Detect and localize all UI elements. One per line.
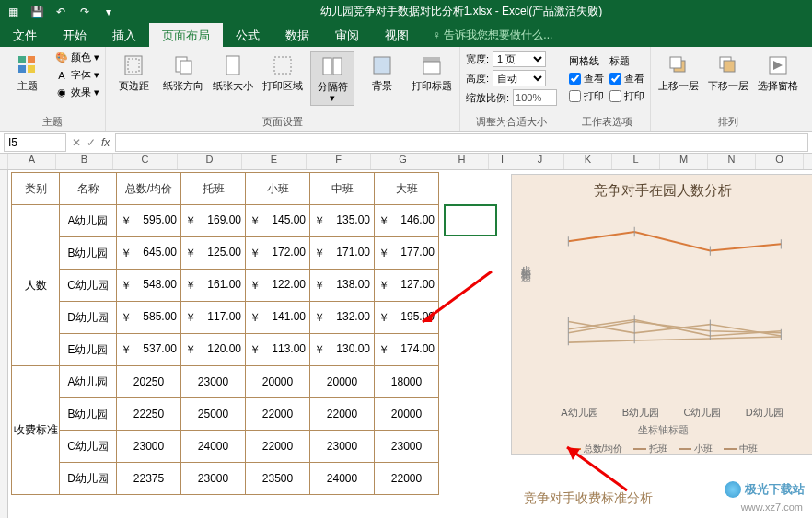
colors-button[interactable]: 颜色	[71, 51, 91, 64]
chart-people[interactable]: 竞争对手在园人数分析 坐标轴标题 A幼儿园	[511, 174, 812, 455]
svg-rect-8	[226, 56, 239, 75]
col-header[interactable]: L	[612, 154, 660, 169]
name-cell: B幼儿园	[60, 398, 117, 431]
gridlines-label: 网格线	[569, 54, 604, 68]
gridlines-print-checkbox[interactable]	[569, 90, 581, 102]
col-header[interactable]: N	[708, 154, 756, 169]
group-arrange: 排列	[656, 113, 800, 129]
value-cell: ￥146.00	[375, 205, 439, 237]
svg-rect-2	[18, 65, 26, 73]
tell-me[interactable]: ♀ 告诉我您想要做什么...	[422, 23, 563, 47]
chart-title: 竞争对手在园人数分析	[512, 175, 812, 203]
name-cell: A幼儿园	[60, 366, 117, 398]
value-cell: ￥645.00	[117, 237, 181, 270]
active-cell[interactable]	[444, 204, 497, 236]
fonts-icon: A	[55, 69, 68, 82]
chart-ylabel: 坐标轴标题	[519, 257, 533, 266]
watermark-url: www.xz7.com	[741, 501, 803, 512]
print-area-button[interactable]: 打印区域	[261, 51, 305, 93]
svg-rect-1	[28, 56, 35, 63]
size-button[interactable]: 纸张大小	[211, 51, 255, 93]
width-label: 宽度:	[466, 52, 489, 66]
col-header[interactable]: F	[307, 154, 371, 169]
value-cell: ￥135.00	[310, 205, 375, 237]
col-header[interactable]: J	[516, 154, 564, 169]
orientation-button[interactable]: 纸张方向	[161, 51, 205, 93]
send-backward-button[interactable]: 下移一层	[706, 51, 750, 93]
cancel-icon[interactable]: ✕	[72, 136, 81, 149]
value-cell: 22000	[375, 463, 439, 495]
table-header: 小班	[246, 173, 310, 205]
fonts-button[interactable]: 字体	[71, 68, 91, 82]
name-cell: B幼儿园	[60, 237, 117, 270]
redo-icon[interactable]: ↷	[77, 5, 92, 19]
chart-xlabel: 坐标轴标题	[512, 420, 812, 437]
themes-button[interactable]: 主题	[6, 51, 50, 93]
qat-dropdown-icon[interactable]: ▾	[101, 5, 116, 19]
effects-button[interactable]: 效果	[71, 86, 91, 99]
formula-input[interactable]	[115, 133, 808, 152]
col-header[interactable]: G	[371, 154, 435, 169]
svg-rect-7	[180, 61, 191, 74]
value-cell: 23000	[181, 366, 246, 398]
headings-view-checkbox[interactable]	[609, 73, 621, 85]
col-header[interactable]: E	[242, 154, 307, 169]
width-select[interactable]: 1 页	[493, 51, 546, 67]
value-cell: ￥120.00	[181, 334, 246, 366]
tab-file[interactable]: 文件	[0, 23, 50, 47]
print-titles-icon	[419, 52, 445, 78]
table-header: 总数/均价	[117, 173, 181, 205]
column-headers[interactable]: ABCDEFGHIJKLMNO	[0, 154, 812, 170]
value-cell: ￥122.00	[246, 270, 310, 302]
chart-legend: 总数/均价托班小班中班	[512, 437, 812, 455]
value-cell: ￥113.00	[246, 334, 310, 366]
bring-forward-button[interactable]: 上移一层	[656, 51, 701, 93]
save-icon[interactable]: 💾	[29, 5, 44, 19]
value-cell: ￥132.00	[310, 302, 375, 334]
zoom-input[interactable]	[513, 89, 557, 106]
height-select[interactable]: 自动	[493, 70, 546, 86]
svg-rect-12	[374, 57, 390, 74]
tab-data[interactable]: 数据	[273, 23, 322, 47]
margins-button[interactable]: 页边距	[111, 51, 156, 93]
col-header[interactable]: B	[56, 154, 113, 169]
col-header[interactable]: I	[489, 154, 516, 169]
tab-review[interactable]: 审阅	[322, 23, 372, 47]
col-header[interactable]: O	[756, 154, 804, 169]
value-cell: ￥585.00	[117, 302, 181, 334]
tab-view[interactable]: 视图	[372, 23, 422, 47]
tab-insert[interactable]: 插入	[99, 23, 149, 47]
col-header[interactable]: A	[8, 154, 56, 169]
value-cell: ￥125.00	[181, 237, 246, 270]
col-header[interactable]: D	[178, 154, 242, 169]
name-box[interactable]: I5	[4, 133, 66, 152]
value-cell: 20000	[310, 366, 375, 398]
name-cell: A幼儿园	[60, 205, 117, 237]
headings-print-checkbox[interactable]	[609, 90, 621, 102]
col-header[interactable]: H	[435, 154, 489, 169]
svg-rect-14	[423, 62, 440, 74]
undo-icon[interactable]: ↶	[53, 5, 68, 19]
name-cell: D幼儿园	[60, 463, 117, 495]
col-header[interactable]: K	[564, 154, 612, 169]
value-cell: ￥138.00	[310, 270, 375, 302]
fx-label[interactable]: fx	[101, 136, 110, 149]
breaks-icon	[319, 53, 345, 79]
col-header[interactable]: C	[113, 154, 178, 169]
background-button[interactable]: 背景	[360, 51, 404, 93]
breaks-button[interactable]: 分隔符▾	[310, 51, 354, 106]
row-headers[interactable]	[0, 170, 8, 518]
tab-formula[interactable]: 公式	[223, 23, 273, 47]
gridlines-view-checkbox[interactable]	[569, 73, 581, 85]
col-header[interactable]: M	[660, 154, 708, 169]
tab-page-layout[interactable]: 页面布局	[149, 23, 223, 47]
tab-home[interactable]: 开始	[50, 23, 99, 47]
value-cell: ￥145.00	[246, 205, 310, 237]
print-titles-button[interactable]: 打印标题	[410, 51, 454, 93]
enter-icon[interactable]: ✓	[87, 136, 96, 149]
group-page-setup: 页面设置	[111, 113, 454, 129]
value-cell: ￥130.00	[310, 334, 375, 366]
app-icon: ▦	[6, 5, 20, 19]
selection-pane-button[interactable]: 选择窗格	[756, 51, 800, 93]
group-themes: 主题	[6, 113, 99, 129]
